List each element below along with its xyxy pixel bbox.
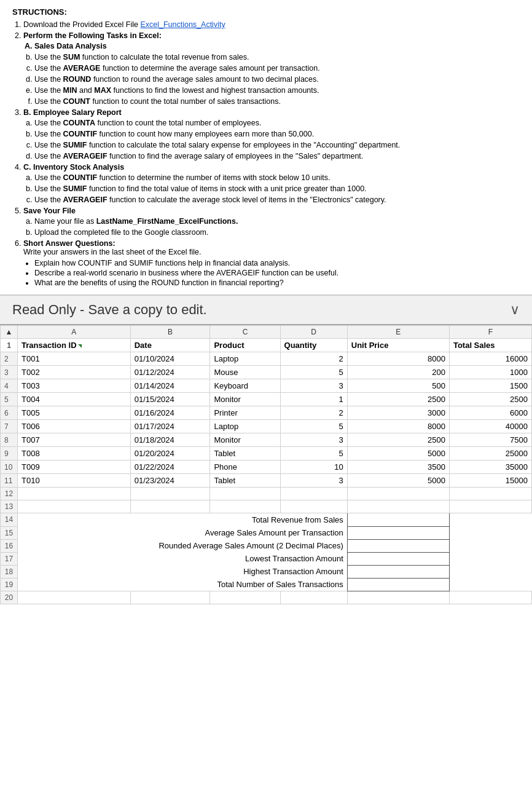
cell-c12[interactable]: [210, 488, 280, 500]
cell-a8[interactable]: T007: [18, 433, 131, 447]
cell-d9[interactable]: 5: [280, 447, 347, 460]
read-only-banner[interactable]: Read Only - Save a copy to edit. ∨: [0, 295, 532, 325]
cell-b9[interactable]: 01/20/2024: [130, 447, 210, 460]
cell-a20[interactable]: [18, 591, 131, 604]
cell-a12[interactable]: [18, 488, 131, 500]
cell-d11[interactable]: 3: [280, 474, 347, 488]
section-a-item-b: Use the AVERAGE function to determine th…: [34, 64, 520, 73]
summary-value-18[interactable]: [347, 565, 449, 578]
cell-e5[interactable]: 2500: [347, 393, 449, 406]
cell-d2[interactable]: 2: [280, 352, 347, 366]
row-num-12: 12: [1, 488, 18, 500]
cell-b20[interactable]: [130, 591, 210, 604]
cell-d4[interactable]: 3: [280, 379, 347, 393]
chevron-down-icon[interactable]: ∨: [510, 302, 520, 318]
cell-b11[interactable]: 01/23/2024: [130, 474, 210, 488]
cell-c3[interactable]: Mouse: [210, 366, 280, 379]
cell-c10[interactable]: Phone: [210, 460, 280, 474]
cell-d20[interactable]: [280, 591, 347, 604]
cell-d12[interactable]: [280, 488, 347, 500]
summary-value-15[interactable]: [347, 526, 449, 539]
row-num-16: 16: [1, 539, 18, 552]
cell-d6[interactable]: 2: [280, 406, 347, 420]
cell-d3[interactable]: 5: [280, 366, 347, 379]
cell-f8[interactable]: 7500: [449, 433, 531, 447]
cell-f7[interactable]: 40000: [449, 420, 531, 433]
spreadsheet-table: ▲ A B C D E F 1 Transaction ID Date Prod…: [0, 325, 532, 604]
cell-a4[interactable]: T003: [18, 379, 131, 393]
cell-f2[interactable]: 16000: [449, 352, 531, 366]
cell-a10[interactable]: T009: [18, 460, 131, 474]
cell-b10[interactable]: 01/22/2024: [130, 460, 210, 474]
cell-d7[interactable]: 5: [280, 420, 347, 433]
cell-c8[interactable]: Monitor: [210, 433, 280, 447]
spreadsheet-container: ▲ A B C D E F 1 Transaction ID Date Prod…: [0, 325, 532, 604]
cell-d8[interactable]: 3: [280, 433, 347, 447]
cell-c5[interactable]: Monitor: [210, 393, 280, 406]
cell-f5[interactable]: 2500: [449, 393, 531, 406]
col-header-e: E: [347, 326, 449, 339]
cell-a3[interactable]: T002: [18, 366, 131, 379]
cell-c6[interactable]: Printer: [210, 406, 280, 420]
table-row: 10 T009 01/22/2024 Phone 10 3500 35000: [1, 460, 532, 474]
summary-value-19[interactable]: [347, 578, 449, 591]
cell-f13[interactable]: [449, 500, 531, 513]
cell-a6[interactable]: T005: [18, 406, 131, 420]
cell-b4[interactable]: 01/14/2024: [130, 379, 210, 393]
cell-e6[interactable]: 3000: [347, 406, 449, 420]
summary-value-16[interactable]: [347, 539, 449, 552]
cell-b8[interactable]: 01/18/2024: [130, 433, 210, 447]
cell-c11[interactable]: Tablet: [210, 474, 280, 488]
row-num-14: 14: [1, 513, 18, 527]
cell-c4[interactable]: Keyboard: [210, 379, 280, 393]
cell-a7[interactable]: T006: [18, 420, 131, 433]
save-item-a: Name your file as LastName_FirstName_Exc…: [34, 217, 520, 226]
cell-d13[interactable]: [280, 500, 347, 513]
cell-e11[interactable]: 5000: [347, 474, 449, 488]
cell-e3[interactable]: 200: [347, 366, 449, 379]
summary-row-16: 16 Rounded Average Sales Amount (2 Decim…: [1, 539, 532, 552]
cell-a2[interactable]: T001: [18, 352, 131, 366]
cell-b3[interactable]: 01/12/2024: [130, 366, 210, 379]
cell-e8[interactable]: 2500: [347, 433, 449, 447]
cell-f6[interactable]: 6000: [449, 406, 531, 420]
cell-e20[interactable]: [347, 591, 449, 604]
cell-c9[interactable]: Tablet: [210, 447, 280, 460]
cell-f12[interactable]: [449, 488, 531, 500]
cell-e9[interactable]: 5000: [347, 447, 449, 460]
cell-f11[interactable]: 15000: [449, 474, 531, 488]
cell-e2[interactable]: 8000: [347, 352, 449, 366]
cell-f9[interactable]: 25000: [449, 447, 531, 460]
section-a-title: A. Sales Data Analysis: [25, 42, 520, 50]
cell-f20[interactable]: [449, 591, 531, 604]
cell-a13[interactable]: [18, 500, 131, 513]
summary-value-14[interactable]: [347, 513, 449, 527]
cell-b13[interactable]: [130, 500, 210, 513]
cell-b5[interactable]: 01/15/2024: [130, 393, 210, 406]
summary-value-17[interactable]: [347, 552, 449, 565]
cell-c2[interactable]: Laptop: [210, 352, 280, 366]
cell-d10[interactable]: 10: [280, 460, 347, 474]
cell-f4[interactable]: 1500: [449, 379, 531, 393]
excel-link[interactable]: Excel_Functions_Activity: [140, 20, 225, 29]
cell-a11[interactable]: T010: [18, 474, 131, 488]
cell-f3[interactable]: 1000: [449, 366, 531, 379]
cell-d5[interactable]: 1: [280, 393, 347, 406]
cell-c7[interactable]: Laptop: [210, 420, 280, 433]
cell-c20[interactable]: [210, 591, 280, 604]
instruction-item-3: B. Employee Salary Report Use the COUNTA…: [23, 108, 520, 160]
cell-b6[interactable]: 01/16/2024: [130, 406, 210, 420]
cell-e7[interactable]: 8000: [347, 420, 449, 433]
summary-label-18: Highest Transaction Amount: [18, 565, 348, 578]
cell-f10[interactable]: 35000: [449, 460, 531, 474]
cell-e10[interactable]: 3500: [347, 460, 449, 474]
cell-e4[interactable]: 500: [347, 379, 449, 393]
cell-b7[interactable]: 01/17/2024: [130, 420, 210, 433]
cell-e12[interactable]: [347, 488, 449, 500]
cell-a5[interactable]: T004: [18, 393, 131, 406]
cell-e13[interactable]: [347, 500, 449, 513]
cell-b2[interactable]: 01/10/2024: [130, 352, 210, 366]
cell-b12[interactable]: [130, 488, 210, 500]
cell-c13[interactable]: [210, 500, 280, 513]
cell-a9[interactable]: T008: [18, 447, 131, 460]
